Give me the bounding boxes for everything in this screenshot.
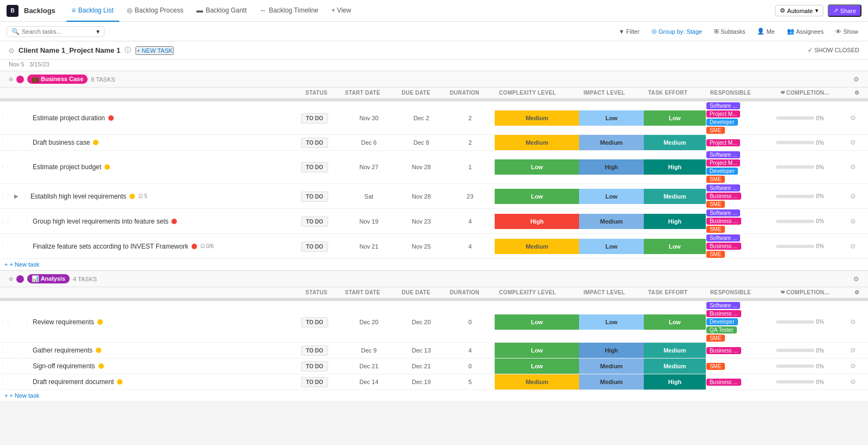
subtask-expand[interactable]: ▶ — [14, 193, 19, 199]
responsible-tag[interactable]: SME — [706, 176, 725, 183]
status-badge[interactable]: TO DO — [301, 217, 328, 227]
row-settings[interactable]: ⚙ — [850, 209, 868, 234]
responsible-tag[interactable]: Business ... — [706, 310, 741, 317]
task-name[interactable]: Group high level requirements into featu… — [33, 218, 168, 225]
responsible-tag[interactable]: Business ... — [706, 218, 741, 225]
task-effort[interactable]: Low — [644, 301, 706, 343]
task-effort[interactable]: High — [644, 209, 706, 234]
row-settings[interactable]: ⚙ — [850, 343, 868, 359]
tab-view-add[interactable]: + View — [326, 0, 356, 22]
show-closed-button[interactable]: ✓ SHOW CLOSED — [808, 47, 859, 54]
responsible-tag[interactable]: Software ... — [706, 209, 741, 217]
task-effort[interactable]: High — [644, 374, 706, 390]
complexity-level[interactable]: Medium — [495, 374, 579, 390]
impact-level[interactable]: Low — [579, 184, 644, 209]
impact-level[interactable]: Low — [579, 102, 644, 135]
row-settings-icon[interactable]: ⚙ — [850, 318, 856, 326]
search-box[interactable]: 🔍 ▾ — [7, 26, 104, 37]
row-settings[interactable]: ⚙ — [850, 301, 868, 343]
tab-backlog-timeline[interactable]: ↔ Backlog Timeline — [254, 0, 324, 22]
row-settings-icon[interactable]: ⚙ — [850, 218, 856, 225]
complexity-level[interactable]: Low — [495, 343, 579, 359]
status-badge[interactable]: TO DO — [301, 317, 328, 327]
stage-toggle-analysis[interactable]: ⊖ — [9, 276, 13, 282]
task-effort[interactable]: Medium — [644, 359, 706, 374]
task-name[interactable]: Review requirements — [33, 318, 94, 326]
stage-toggle-business-case[interactable]: ⊖ — [9, 76, 13, 82]
row-settings-icon[interactable]: ⚙ — [850, 193, 856, 200]
impact-level[interactable]: Medium — [579, 359, 644, 374]
row-settings-icon[interactable]: ⚙ — [850, 378, 856, 386]
responsible-tag[interactable]: Project M... — [706, 110, 741, 118]
task-name[interactable]: Draft business case — [33, 139, 90, 146]
row-settings-icon[interactable]: ⚙ — [850, 139, 856, 146]
status-badge[interactable]: TO DO — [301, 377, 328, 387]
complexity-level[interactable]: Medium — [495, 135, 579, 151]
complexity-level[interactable]: Low — [495, 359, 579, 374]
task-name[interactable]: Finalize feature sets according to INVES… — [33, 243, 188, 250]
impact-level[interactable]: Low — [579, 301, 644, 343]
task-name[interactable]: Gather requirements — [33, 347, 93, 354]
group-button[interactable]: ◎ Group by: Stage — [648, 27, 705, 36]
complexity-level[interactable]: Medium — [495, 102, 579, 135]
task-name[interactable]: Estimate project duration — [33, 114, 105, 122]
share-button[interactable]: ↗ Share — [828, 4, 861, 17]
responsible-tag[interactable]: Developer — [706, 168, 738, 175]
row-settings-icon[interactable]: ⚙ — [850, 362, 856, 370]
row-settings-icon[interactable]: ⚙ — [850, 163, 856, 171]
impact-level[interactable]: High — [579, 151, 644, 184]
status-badge[interactable]: TO DO — [301, 138, 328, 148]
complexity-level[interactable]: Low — [495, 184, 579, 209]
stage-settings-icon[interactable]: ⚙ — [853, 76, 859, 83]
stage-settings-icon[interactable]: ⚙ — [853, 275, 859, 283]
responsible-tag[interactable]: Project M... — [706, 159, 741, 166]
responsible-tag[interactable]: QA Tester — [706, 326, 737, 333]
responsible-tag[interactable]: SME — [706, 127, 725, 134]
show-button[interactable]: 👁 Show — [832, 27, 861, 36]
task-effort[interactable]: Medium — [644, 184, 706, 209]
search-input[interactable] — [22, 28, 94, 35]
responsible-tag[interactable]: Business ... — [706, 193, 741, 200]
status-badge[interactable]: TO DO — [301, 113, 328, 123]
task-effort[interactable]: High — [644, 151, 706, 184]
tab-backlog-process[interactable]: ◎ Backlog Process — [121, 0, 189, 22]
me-button[interactable]: 👤 Me — [754, 27, 778, 36]
impact-level[interactable]: Low — [579, 234, 644, 259]
row-settings[interactable]: ⚙ — [850, 151, 868, 184]
assignees-button[interactable]: 👥 Assignees — [784, 27, 827, 36]
project-info-icon[interactable]: ⓘ — [125, 46, 131, 55]
responsible-tag[interactable]: Software ... — [706, 302, 741, 309]
complexity-level[interactable]: Low — [495, 301, 579, 343]
status-badge[interactable]: TO DO — [301, 361, 328, 372]
responsible-tag[interactable]: Software ... — [706, 151, 741, 158]
responsible-tag[interactable]: Developer — [706, 119, 738, 126]
responsible-tag[interactable]: Project M... — [706, 139, 741, 146]
responsible-tag[interactable]: Business ... — [706, 379, 741, 386]
row-settings-icon[interactable]: ⚙ — [850, 243, 856, 250]
tab-backlog-gantt[interactable]: ▬ Backlog Gantt — [191, 0, 252, 22]
impact-level[interactable]: High — [579, 343, 644, 359]
complexity-level[interactable]: High — [495, 209, 579, 234]
row-settings-icon[interactable]: ⚙ — [850, 347, 856, 354]
status-badge[interactable]: TO DO — [301, 162, 328, 172]
responsible-tag[interactable]: SME — [706, 363, 725, 370]
automate-button[interactable]: ⚙ Automate ▾ — [775, 5, 823, 16]
task-effort[interactable]: Low — [644, 102, 706, 135]
filter-button[interactable]: ▼ Filter — [615, 27, 643, 36]
row-settings[interactable]: ⚙ — [850, 374, 868, 390]
status-badge[interactable]: TO DO — [301, 345, 328, 356]
row-settings[interactable]: ⚙ — [850, 102, 868, 135]
new-task-link[interactable]: + + New task — [4, 261, 864, 268]
subtasks-button[interactable]: ⊞ Subtasks — [711, 27, 748, 36]
responsible-tag[interactable]: SME — [706, 251, 725, 258]
responsible-tag[interactable]: Business ... — [706, 347, 741, 354]
impact-level[interactable]: Medium — [579, 209, 644, 234]
responsible-tag[interactable]: Software ... — [706, 102, 741, 109]
row-settings[interactable]: ⚙ — [850, 234, 868, 259]
task-name[interactable]: Establish high level requirements — [30, 193, 126, 200]
tab-backlog-list[interactable]: ≡ Backlog List — [66, 0, 119, 22]
complexity-level[interactable]: Low — [495, 151, 579, 184]
task-name[interactable]: Draft requirement document — [33, 378, 114, 386]
responsible-tag[interactable]: Software ... — [706, 234, 741, 242]
impact-level[interactable]: Medium — [579, 374, 644, 390]
